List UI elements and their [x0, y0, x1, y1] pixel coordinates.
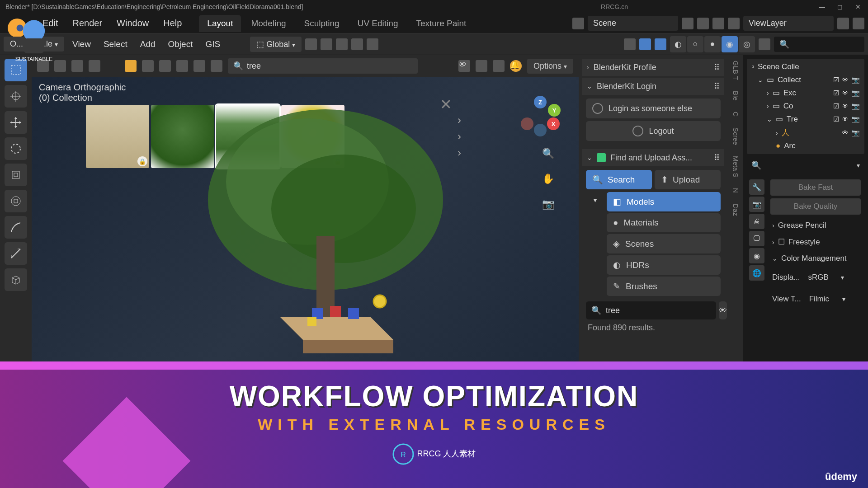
menu-help[interactable]: Help	[157, 15, 188, 31]
login-as-button[interactable]: Login as someone else	[586, 99, 721, 118]
gizmo-toggle-icon[interactable]	[639, 38, 651, 50]
menu-window[interactable]: Window	[110, 15, 155, 31]
category-hdrs[interactable]: ◐HDRs	[607, 255, 721, 275]
drag-handle-icon[interactable]: ⠿	[714, 153, 720, 163]
proportional-icon[interactable]	[351, 38, 363, 50]
bake-quality-button[interactable]: Bake Quality	[770, 198, 861, 215]
viz1-icon[interactable]	[159, 60, 171, 72]
prop-tab-world[interactable]: 🌐	[749, 265, 764, 281]
visibility-icon[interactable]	[624, 38, 636, 50]
prop-tab-tool[interactable]: 🔧	[749, 179, 764, 195]
scene-name-input[interactable]	[588, 16, 678, 31]
blenderkit-search-input[interactable]	[606, 306, 711, 315]
outliner-item-exc[interactable]: ›▭ Exc ☑👁📷	[749, 86, 863, 99]
gizmo-z-axis[interactable]: Z	[534, 96, 547, 108]
npanel-tab-ble[interactable]: Ble	[730, 89, 741, 103]
viz3-icon[interactable]	[193, 60, 205, 72]
tab-uv-editing[interactable]: UV Editing	[349, 15, 406, 32]
prop-tab-render[interactable]: 📷	[749, 197, 764, 212]
viz4-icon[interactable]	[211, 60, 222, 72]
tab-texture-paint[interactable]: Texture Paint	[408, 15, 474, 32]
viewlayer-icon[interactable]	[728, 18, 740, 29]
funnel-icon[interactable]	[493, 60, 505, 72]
category-materials[interactable]: ●Materials	[607, 213, 721, 232]
menu-object[interactable]: Object	[164, 38, 198, 51]
gizmo-neg-x[interactable]	[521, 117, 533, 130]
outliner-toggle-icon[interactable]	[759, 38, 770, 50]
select-mode3-icon[interactable]	[71, 60, 83, 72]
viewlayer-delete-icon[interactable]	[853, 18, 864, 29]
menu-gis[interactable]: GIS	[201, 38, 225, 51]
viz2-icon[interactable]	[176, 60, 188, 72]
display-device-dropdown[interactable]: sRGB▾	[803, 270, 849, 285]
npanel-tab-metas[interactable]: Meta S	[730, 154, 741, 179]
outliner-search-input[interactable]	[793, 39, 868, 49]
view-transform-dropdown[interactable]: Filmic▾	[805, 292, 850, 306]
asset-thumb-1[interactable]: 🔒	[86, 105, 149, 168]
select-mode4-icon[interactable]	[89, 60, 100, 72]
shade-wire-icon[interactable]: ○	[687, 36, 703, 52]
camera-icon[interactable]: 📷	[540, 196, 556, 212]
gizmo-x-axis[interactable]: X	[547, 117, 560, 130]
panel-find-upload[interactable]: ⌄ Find and Upload Ass... ⠿	[582, 149, 724, 166]
navigation-gizmo[interactable]: Z Y X	[520, 96, 561, 136]
panel-blenderkit-profile[interactable]: › BlenderKit Profile ⠿	[582, 59, 724, 76]
viewlayer-copy-icon[interactable]	[837, 18, 849, 29]
collection-icon[interactable]	[142, 60, 154, 72]
prop-tab-view[interactable]: 🖵	[749, 231, 764, 246]
zoom-icon[interactable]: 🔍	[540, 145, 556, 162]
scene-delete-icon[interactable]	[712, 18, 724, 29]
upload-tab-button[interactable]: ⬆ Upload	[655, 170, 721, 189]
viewport-3d[interactable]	[190, 100, 461, 371]
category-brushes[interactable]: ✎Brushes	[607, 277, 721, 296]
viewlayer-name-input[interactable]	[743, 16, 834, 31]
collection-color-icon[interactable]	[125, 60, 137, 72]
npanel-tab-c[interactable]: C	[730, 110, 741, 118]
chevron-down-icon[interactable]: ▾	[594, 197, 597, 204]
menu-render[interactable]: Render	[66, 15, 108, 31]
panel-blenderkit-login[interactable]: ⌄ BlenderKit Login ⠿	[582, 78, 724, 95]
tool-cursor[interactable]	[5, 85, 27, 108]
close-window-button[interactable]: ✕	[854, 2, 863, 11]
eye-icon[interactable]: 👁	[458, 60, 470, 72]
outliner-item-arc[interactable]: ● Arc	[749, 140, 863, 152]
category-scenes[interactable]: ◈Scenes	[607, 234, 721, 253]
snap-type-icon[interactable]	[336, 38, 348, 50]
drag-handle-icon[interactable]: ⠿	[714, 81, 720, 91]
falloff-icon[interactable]	[367, 38, 378, 50]
drag-handle-icon[interactable]: ⠿	[714, 62, 720, 72]
pivot-icon[interactable]	[305, 38, 317, 50]
tool-scale[interactable]	[5, 164, 27, 186]
minimize-button[interactable]: —	[817, 2, 826, 11]
properties-search[interactable]: 🔍 ▾	[747, 158, 864, 173]
prop-tab-output[interactable]: 🖨	[749, 214, 764, 229]
tool-move[interactable]	[5, 111, 27, 134]
preview-button[interactable]: 👁	[719, 301, 727, 319]
menu-add[interactable]: Add	[136, 38, 160, 51]
npanel-tab-scree[interactable]: Scree	[730, 126, 741, 147]
options-button[interactable]: Options ▾	[527, 59, 573, 74]
logout-button[interactable]: Logout	[586, 121, 721, 141]
asset-search-input[interactable]	[247, 61, 412, 71]
tool-transform[interactable]	[5, 190, 27, 212]
outliner-scene-row[interactable]: ▫ Scene Colle	[749, 61, 863, 73]
gizmo-y-axis[interactable]: Y	[548, 104, 561, 117]
tab-layout[interactable]: Layout	[199, 15, 241, 32]
scene-icon[interactable]	[572, 18, 584, 29]
tool-measure[interactable]	[5, 242, 27, 265]
pan-icon[interactable]: ✋	[540, 171, 556, 187]
outliner-item-co[interactable]: ›▭ Co ☑👁📷	[749, 99, 863, 113]
tab-modeling[interactable]: Modeling	[243, 15, 294, 32]
outliner-item-armature[interactable]: ›人 👁📷	[749, 126, 863, 140]
panel-grease-pencil[interactable]: ›Grease Pencil	[770, 217, 861, 234]
menu-select[interactable]: Select	[99, 38, 132, 51]
tool-rotate[interactable]	[5, 137, 27, 160]
bake-fast-button[interactable]: Bake Fast	[770, 179, 861, 196]
outliner-collection-row[interactable]: ⌄▭ Collect ☑👁📷	[749, 73, 863, 86]
gizmo-neg-z[interactable]	[534, 124, 547, 136]
tab-sculpting[interactable]: Sculpting	[296, 15, 348, 32]
menu-view[interactable]: View	[68, 38, 95, 51]
panel-color-management[interactable]: ⌄Color Management	[770, 250, 861, 267]
shade-solid-icon[interactable]: ●	[704, 36, 721, 52]
npanel-tab-daz[interactable]: Daz	[730, 202, 741, 218]
